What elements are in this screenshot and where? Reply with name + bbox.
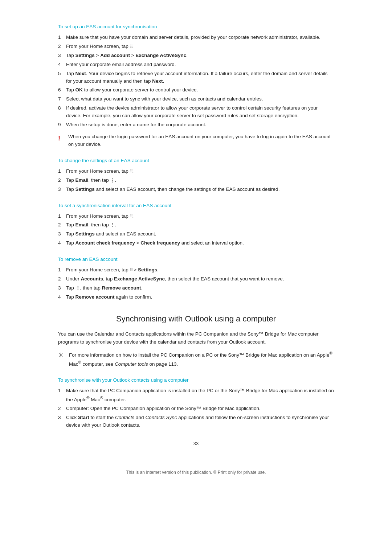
page-footer: This is an Internet version of this publ… xyxy=(58,469,334,476)
list-item: 1 Make sure that you have your domain an… xyxy=(58,34,334,41)
section-heading-outlook-sync: To synchronise with your Outlook contact… xyxy=(58,377,334,384)
list-item: 3 Tap Settings and select an EAS account… xyxy=(58,230,334,238)
outlook-sync-list: 1 Make sure that the PC Companion applic… xyxy=(58,387,334,429)
list-item: 3 Click Start to start the Contacts and … xyxy=(58,414,334,429)
list-item: 3 Tap Settings and select an EAS account… xyxy=(58,186,334,193)
grid-icon: ⠿ xyxy=(130,44,132,49)
list-item: 1 From your Home screen, tap ⠿ > Setting… xyxy=(58,266,334,274)
list-item: 2 Computer: Open the PC Companion applic… xyxy=(58,405,334,413)
section-heading-setup-eas: To set up an EAS account for synchronisa… xyxy=(58,23,334,31)
change-eas-list: 1 From your Home screen, tap ⠿. 2 Tap Em… xyxy=(58,168,334,193)
list-item: 8 If desired, activate the device admini… xyxy=(58,104,334,120)
page-number: 33 xyxy=(58,440,334,447)
note-box-eas-password: ! When you change the login password for… xyxy=(58,133,334,148)
list-item: 1 Make sure that the PC Companion applic… xyxy=(58,387,334,403)
list-item: 3 Tap ⋮, then tap Remove account. xyxy=(58,284,334,292)
list-item: 2 Tap Email, then tap ⋮. xyxy=(58,221,334,229)
note-text: When you change the login password for a… xyxy=(68,133,334,148)
grid-icon: ⠿ xyxy=(130,268,132,272)
section-heading-sync-interval-eas: To set a synchronisation interval for an… xyxy=(58,202,334,210)
list-item: 1 From your Home screen, tap ⠿. xyxy=(58,213,334,220)
section-heading-change-eas: To change the settings of an EAS account xyxy=(58,157,334,165)
list-item: 4 Enter your corporate email address and… xyxy=(58,61,334,69)
list-item: 2 From your Home screen, tap ⠿. xyxy=(58,43,334,50)
warning-icon: ! xyxy=(58,134,65,144)
main-heading-outlook-sync: Synchronising with Outlook using a compu… xyxy=(58,313,334,325)
list-item: 5 Tap Next. Your device begins to retrie… xyxy=(58,70,334,85)
outlook-intro-para: You can use the Calendar and Contacts ap… xyxy=(58,330,334,346)
list-item: 3 Tap Settings > Add account > Exchange … xyxy=(58,52,334,59)
list-item: 7 Select what data you want to sync with… xyxy=(58,95,334,103)
tip-box-pc-companion: ✳ For more information on how to install… xyxy=(58,350,334,368)
sync-interval-eas-list: 1 From your Home screen, tap ⠿. 2 Tap Em… xyxy=(58,213,334,247)
list-item: 9 When the setup is done, enter a name f… xyxy=(58,121,334,129)
remove-eas-list: 1 From your Home screen, tap ⠿ > Setting… xyxy=(58,266,334,301)
list-item: 4 Tap Account check frequency > Check fr… xyxy=(58,239,334,247)
list-item: 2 Tap Email, then tap ⋮. xyxy=(58,177,334,184)
more-icon: ⋮ xyxy=(110,222,115,227)
tip-icon: ✳ xyxy=(58,350,65,361)
more-icon: ⋮ xyxy=(75,285,80,291)
list-item: 1 From your Home screen, tap ⠿. xyxy=(58,168,334,175)
grid-icon: ⠿ xyxy=(130,214,132,218)
more-icon: ⋮ xyxy=(110,177,115,183)
list-item: 2 Under Accounts, tap Exchange ActiveSyn… xyxy=(58,275,334,283)
tip-text: For more information on how to install t… xyxy=(69,350,334,368)
list-item: 6 Tap OK to allow your corporate server … xyxy=(58,86,334,94)
grid-icon: ⠿ xyxy=(130,169,132,173)
setup-eas-list: 1 Make sure that you have your domain an… xyxy=(58,34,334,129)
list-item: 4 Tap Remove account again to confirm. xyxy=(58,294,334,301)
section-heading-remove-eas: To remove an EAS account xyxy=(58,256,334,263)
